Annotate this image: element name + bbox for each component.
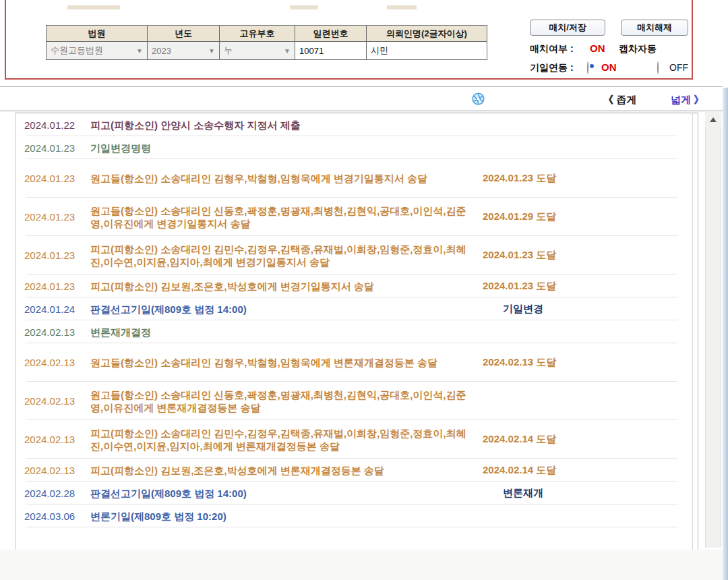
court-select-value: 수원고등법원	[51, 45, 103, 57]
table-row[interactable]: 2024.01.23피고(피항소인) 김보원,조은호,박성호에게 변경기일통지서…	[16, 274, 698, 297]
cutoff-fragment	[387, 5, 417, 9]
table-row[interactable]: 2024.01.24판결선고기일(제809호 법정 14:00)기일변경	[16, 297, 698, 320]
cutoff-fragment	[67, 5, 120, 9]
event-date: 2024.02.13	[24, 434, 89, 445]
captcha-auto-label: 캡차자동	[619, 43, 657, 55]
table-row[interactable]: 2024.03.06변론기일(제809호 법정 10:20)	[16, 504, 698, 527]
event-date: 2024.02.28	[24, 488, 89, 499]
code-header: 고유부호	[220, 26, 295, 42]
event-date: 2024.01.22	[24, 119, 89, 131]
event-table: 2024.01.22피고(피항소인) 안양시 소송수행자 지정서 제출2024.…	[15, 113, 698, 550]
event-date: 2024.03.06	[24, 511, 89, 522]
chevron-down-icon: ▼	[208, 47, 215, 55]
vertical-scrollbar[interactable]	[705, 112, 721, 548]
wide-view-button[interactable]: 넓게 》	[671, 94, 704, 107]
schedule-sync-off-radio[interactable]	[657, 61, 659, 74]
serial-input[interactable]: 10071	[295, 42, 367, 60]
match-status-value: ON	[590, 42, 605, 54]
event-delivery-date: 2024.01.23 도달	[483, 172, 556, 185]
event-delivery-date: 2024.01.29 도달	[483, 210, 556, 223]
table-row[interactable]: 2024.01.23피고(피항소인) 소송대리인 김민수,김정우,김택종,유재벌…	[16, 236, 698, 274]
table-row[interactable]: 2024.02.13변론재개결정	[16, 320, 698, 343]
scroll-up-icon	[710, 117, 717, 122]
event-date: 2024.01.23	[24, 211, 89, 223]
table-row[interactable]: 2024.01.23원고들(항소인) 소송대리인 신동호,곽정훈,명광재,최병천…	[16, 198, 698, 236]
event-description: 판결선고기일(제809호 법정 14:00)	[90, 303, 471, 316]
event-description: 변론재개결정	[90, 326, 471, 339]
bottom-background	[0, 550, 723, 580]
schedule-sync-on-label: ON	[601, 61, 617, 73]
table-row[interactable]: 2024.01.23기일변경명령	[16, 136, 698, 159]
event-description: 피고(피항소인) 김보원,조은호,박성호에게 변경기일통지서 송달	[90, 280, 471, 293]
event-delivery-date: 2024.02.14 도달	[483, 464, 556, 477]
event-delivery-date: 2024.01.23 도달	[483, 249, 556, 262]
table-row[interactable]: 2024.01.23원고들(항소인) 소송대리인 김형우,박철형,임형욱에게 변…	[16, 159, 698, 198]
table-row[interactable]: 2024.02.13피고(피항소인) 김보원,조은호,박성호에게 변론재개결정등…	[16, 459, 698, 482]
year-select[interactable]: 2023 ▼	[148, 42, 220, 60]
court-header: 법원	[47, 26, 148, 42]
event-delivery-date: 2024.02.13 도달	[483, 356, 556, 369]
event-date: 2024.02.13	[24, 395, 89, 407]
match-clear-button[interactable]: 매치해제	[621, 20, 688, 36]
event-description: 원고들(항소인) 소송대리인 신동호,곽정훈,명광재,최병천,김현익,공대호,이…	[90, 204, 471, 230]
cutoff-fragment	[290, 5, 318, 9]
event-status: 변론재개	[503, 487, 543, 500]
table-row[interactable]: 2024.02.13원고들(항소인) 소송대리인 김형우,박철형,임형욱에게 변…	[16, 343, 698, 382]
chevron-down-icon: ▼	[284, 47, 291, 55]
event-delivery-date: 2024.02.14 도달	[483, 433, 556, 446]
match-save-button[interactable]: 매치/저장	[530, 20, 605, 36]
event-description: 원고들(항소인) 소송대리인 신동호,곽정훈,명광재,최병천,김현익,공대호,이…	[90, 388, 471, 414]
event-date: 2024.01.24	[24, 303, 89, 315]
event-date: 2024.01.23	[24, 173, 89, 184]
table-row[interactable]: 2024.02.28판결선고기일(제809호 법정 14:00)변론재개	[16, 482, 698, 504]
table-row[interactable]: 2024.02.13원고들(항소인) 소송대리인 신동호,곽정훈,명광재,최병천…	[16, 382, 698, 420]
event-description: 피고(피항소인) 김보원,조은호,박성호에게 변론재개결정등본 송달	[90, 464, 471, 477]
event-description: 피고(피항소인) 안양시 소송수행자 지정서 제출	[90, 119, 471, 132]
schedule-sync-label: 기일연동 :	[530, 62, 574, 74]
window-right-edge	[723, 88, 728, 580]
narrow-view-button[interactable]: 《 좁게	[603, 94, 636, 107]
event-description: 원고들(항소인) 소송대리인 김형우,박철형,임형욱에게 변경기일통지서 송달	[90, 172, 471, 185]
event-date: 2024.02.13	[24, 326, 89, 338]
serial-header: 일련번호	[295, 26, 367, 42]
scroll-up-button[interactable]	[705, 112, 721, 127]
event-date: 2024.02.13	[24, 357, 89, 368]
client-name-input[interactable]: 시민	[367, 42, 487, 60]
case-matching-page: 법원 년도 고유부호 일련번호 의뢰인명(2글자이상) 수원고등법원 ▼ 202…	[0, 0, 728, 580]
event-description: 원고들(항소인) 소송대리인 김형우,박철형,임형욱에게 변론재개결정등본 송달	[90, 356, 471, 369]
year-select-value: 2023	[152, 46, 171, 56]
event-status: 기일변경	[503, 303, 543, 316]
event-delivery-date: 2024.01.23 도달	[483, 280, 556, 293]
match-status-label: 매치여부 :	[530, 43, 574, 55]
event-date: 2024.01.23	[24, 142, 89, 154]
schedule-sync-off-label: OFF	[669, 62, 688, 73]
chevron-down-icon: ▼	[136, 47, 143, 55]
case-number-form: 법원 년도 고유부호 일련번호 의뢰인명(2글자이상) 수원고등법원 ▼ 202…	[46, 25, 487, 60]
code-select-value: 누	[224, 45, 233, 57]
code-select[interactable]: 누 ▼	[220, 42, 295, 60]
event-description: 판결선고기일(제809호 법정 14:00)	[90, 487, 471, 500]
table-row[interactable]: 2024.02.13피고(피항소인) 소송대리인 김민수,김정우,김택종,유재벌…	[16, 420, 698, 459]
event-date: 2024.02.13	[24, 465, 89, 476]
aperture-icon[interactable]	[472, 92, 485, 105]
table-row[interactable]: 2024.01.22피고(피항소인) 안양시 소송수행자 지정서 제출	[16, 113, 698, 136]
table-right-gutter-line	[692, 113, 693, 550]
court-select[interactable]: 수원고등법원 ▼	[47, 42, 148, 60]
event-description: 피고(피항소인) 소송대리인 김민수,김정우,김택종,유재벌,이희창,임형준,정…	[90, 427, 471, 453]
event-date: 2024.01.23	[24, 281, 89, 292]
schedule-sync-on-radio[interactable]	[587, 61, 588, 74]
year-header: 년도	[148, 26, 220, 42]
event-description: 기일변경명령	[90, 142, 471, 154]
event-date: 2024.01.23	[24, 250, 89, 261]
event-description: 피고(피항소인) 소송대리인 김민수,김정우,김택종,유재벌,이희창,임형준,정…	[90, 243, 471, 268]
client-header: 의뢰인명(2글자이상)	[367, 26, 487, 42]
divider	[0, 111, 723, 111]
event-description: 변론기일(제809호 법정 10:20)	[90, 510, 471, 523]
